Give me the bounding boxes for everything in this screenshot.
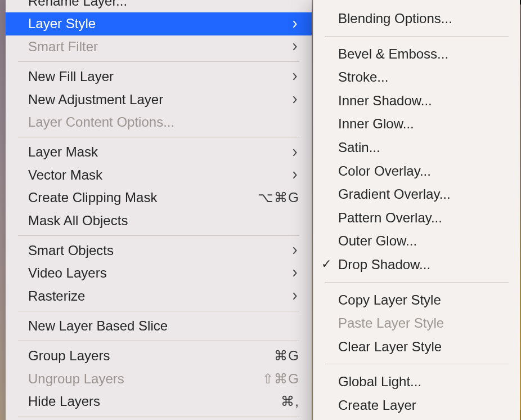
- menu-item-label: Layer Style: [28, 15, 290, 33]
- menu-item-hide-layers[interactable]: Hide Layers⌘,: [6, 390, 312, 413]
- submenu-item-outer-glow[interactable]: Outer Glow...: [313, 229, 520, 253]
- menu-item-group-layers[interactable]: Group Layers⌘G: [6, 345, 312, 367]
- menu-item-video-layers[interactable]: Video Layers: [6, 262, 312, 284]
- submenu-item-label: Inner Shadow...: [338, 91, 432, 110]
- submenu-item-global-light[interactable]: Global Light...: [313, 370, 520, 394]
- menu-separator: [18, 61, 299, 62]
- submenu-item-blending-options[interactable]: Blending Options...: [313, 7, 520, 30]
- submenu-item-label: Paste Layer Style: [338, 314, 444, 333]
- chevron-right-icon: [290, 289, 299, 303]
- chevron-right-icon: [290, 93, 299, 106]
- menu-item-shortcut: ⌘G: [249, 347, 299, 365]
- submenu-item-label: Drop Shadow...: [338, 255, 430, 274]
- menu-item-new-adjustment-layer[interactable]: New Adjustment Layer: [6, 88, 312, 111]
- chevron-right-icon: [290, 17, 299, 31]
- submenu-item-copy-layer-style[interactable]: Copy Layer Style: [313, 288, 520, 312]
- menu-item-new-fill-layer[interactable]: New Fill Layer: [6, 65, 312, 88]
- menu-item-shortcut: ⌘,: [249, 392, 299, 410]
- chevron-right-icon: [290, 266, 299, 280]
- menu-item-smart-filter: Smart Filter: [6, 35, 312, 58]
- menu-item-label: Smart Filter: [28, 38, 290, 56]
- submenu-item-label: Satin...: [338, 138, 380, 157]
- layer-style-submenu[interactable]: Blending Options...Bevel & Emboss...Stro…: [313, 0, 520, 420]
- menu-item-smart-objects[interactable]: Smart Objects: [6, 239, 312, 262]
- submenu-item-pattern-overlay[interactable]: Pattern Overlay...: [313, 206, 520, 230]
- menu-item-label: Rename Layer...: [28, 0, 299, 10]
- menu-item-label: Group Layers: [28, 347, 237, 365]
- menu-item-label: Layer Content Options...: [28, 113, 299, 131]
- menu-separator: [18, 311, 299, 311]
- chevron-right-icon: [290, 168, 299, 182]
- chevron-right-icon: [290, 146, 299, 159]
- menu-item-layer-content-options: Layer Content Options...: [6, 111, 312, 133]
- checkmark-icon: ✓: [321, 256, 331, 273]
- submenu-item-inner-glow[interactable]: Inner Glow...: [313, 112, 520, 136]
- menu-item-vector-mask[interactable]: Vector Mask: [6, 164, 312, 186]
- menu-item-rasterize[interactable]: Rasterize: [6, 285, 312, 307]
- menu-separator: [18, 341, 299, 341]
- menu-item-mask-all-objects[interactable]: Mask All Objects: [6, 209, 312, 232]
- submenu-separator: [325, 282, 509, 283]
- submenu-item-label: Copy Layer Style: [338, 291, 441, 310]
- submenu-item-gradient-overlay[interactable]: Gradient Overlay...: [313, 182, 520, 206]
- menu-item-label: Layer Mask: [28, 143, 290, 161]
- submenu-item-stroke[interactable]: Stroke...: [313, 65, 520, 89]
- submenu-item-label: Gradient Overlay...: [338, 185, 451, 204]
- menu-item-label: New Layer Based Slice: [28, 317, 299, 335]
- menu-item-create-clipping-mask[interactable]: Create Clipping Mask⌥⌘G: [6, 186, 312, 209]
- menu-item-rename-layer[interactable]: Rename Layer...: [6, 0, 312, 12]
- submenu-item-satin[interactable]: Satin...: [313, 136, 520, 159]
- submenu-item-color-overlay[interactable]: Color Overlay...: [313, 159, 520, 183]
- menu-item-label: New Fill Layer: [28, 68, 290, 86]
- submenu-item-label: Outer Glow...: [338, 231, 417, 251]
- layer-context-menu[interactable]: Rename Layer...Layer StyleSmart FilterNe…: [6, 0, 312, 420]
- submenu-item-label: Inner Glow...: [338, 114, 414, 133]
- menu-item-label: Rasterize: [28, 287, 290, 305]
- submenu-item-inner-shadow[interactable]: Inner Shadow...: [313, 89, 520, 113]
- menu-separator: [18, 235, 299, 236]
- menu-item-label: Create Clipping Mask: [28, 189, 237, 207]
- submenu-item-drop-shadow[interactable]: ✓Drop Shadow...: [313, 253, 520, 276]
- submenu-item-label: Stroke...: [338, 68, 388, 87]
- chevron-right-icon: [290, 244, 299, 257]
- submenu-item-paste-layer-style: Paste Layer Style: [313, 311, 520, 335]
- chevron-right-icon: [290, 70, 299, 83]
- submenu-item-label: Global Light...: [338, 372, 421, 391]
- menu-item-label: New Adjustment Layer: [28, 91, 290, 109]
- submenu-item-label: Clear Layer Style: [338, 337, 442, 356]
- submenu-item-label: Create Layer: [338, 396, 416, 415]
- submenu-item-clear-layer-style[interactable]: Clear Layer Style: [313, 335, 520, 359]
- submenu-item-label: Pattern Overlay...: [338, 208, 442, 227]
- submenu-separator: [325, 364, 509, 364]
- menu-item-label: Hide Layers: [28, 392, 237, 410]
- menu-item-shortcut: ⌥⌘G: [249, 189, 299, 207]
- menu-item-label: Mask All Objects: [28, 212, 299, 230]
- menu-separator: [18, 417, 299, 417]
- menu-item-new-layer-based-slice[interactable]: New Layer Based Slice: [6, 315, 312, 337]
- submenu-item-bevel-emboss[interactable]: Bevel & Emboss...: [313, 42, 520, 66]
- menu-item-layer-mask[interactable]: Layer Mask: [6, 141, 312, 163]
- menu-item-label: Video Layers: [28, 264, 290, 282]
- menu-item-label: Ungroup Layers: [28, 370, 237, 388]
- menu-item-ungroup-layers: Ungroup Layers⇧⌘G: [6, 368, 312, 390]
- submenu-item-hide-all-effects[interactable]: Hide All Effects: [313, 417, 520, 421]
- submenu-item-create-layer[interactable]: Create Layer: [313, 394, 520, 417]
- menu-item-label: Vector Mask: [28, 166, 290, 184]
- menu-separator: [18, 137, 299, 137]
- submenu-separator: [325, 36, 509, 37]
- submenu-item-label: Bevel & Emboss...: [338, 44, 448, 64]
- menu-item-layer-style[interactable]: Layer Style: [6, 12, 312, 35]
- submenu-item-label: Blending Options...: [338, 9, 452, 28]
- chevron-right-icon: [290, 40, 299, 53]
- submenu-item-label: Color Overlay...: [338, 162, 431, 181]
- menu-item-shortcut: ⇧⌘G: [249, 370, 299, 388]
- menu-item-label: Smart Objects: [28, 242, 290, 260]
